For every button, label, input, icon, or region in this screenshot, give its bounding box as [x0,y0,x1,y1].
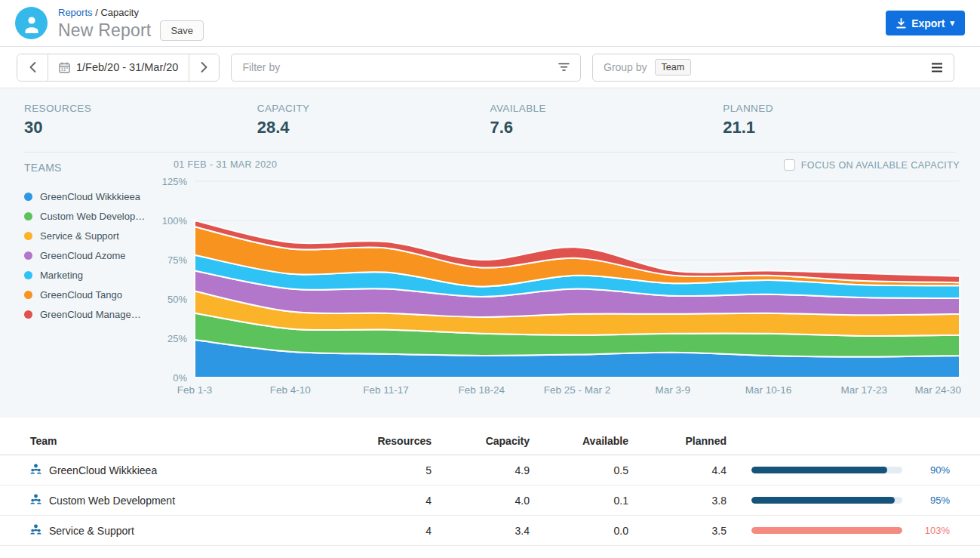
utilization-bar-fill [751,497,895,504]
x-axis-tick: Mar 17-23 [840,384,887,396]
team-cell[interactable]: Custom Web Development [30,494,333,507]
legend-dot-icon [24,271,32,279]
filter-icon [558,63,570,72]
legend-item-label: GreenCloud Wikkkieea [40,191,140,202]
legend-dot-icon [24,232,32,240]
legend-item[interactable]: GreenCloud Azome [24,245,149,265]
column-header-resources[interactable]: Resources [333,435,432,447]
planned-value: 3.8 [628,495,727,507]
team-cell[interactable]: GreenCloud Wikkkieea [30,464,333,476]
group-by-chip[interactable]: Team [655,59,692,76]
x-axis-tick: Feb 25 - Mar 2 [544,384,611,396]
utilization-bar-cell: 90% [727,464,950,476]
team-icon [30,494,41,507]
utilization-bar-track [751,467,902,473]
focus-available-capacity-checkbox[interactable] [784,159,795,171]
column-header-available[interactable]: Available [530,435,628,447]
app-header: Reports / Capacity New Report Save Expor… [0,0,980,47]
stat-label: AVAILABLE [490,103,723,114]
export-button[interactable]: Export ▾ [886,11,965,35]
column-header-capacity[interactable]: Capacity [432,435,530,447]
utilization-bar-cell: 95% [727,495,950,506]
caret-down-icon: ▾ [950,18,954,28]
available-value: 0.0 [530,525,628,537]
legend-title: TEAMS [24,162,149,174]
avatar[interactable] [15,7,48,39]
utilization-bar-fill [751,467,887,473]
column-header-team[interactable]: Team [30,435,333,447]
page-title: New Report [58,20,151,41]
team-name: GreenCloud Wikkkieea [49,464,157,476]
calendar-icon [59,62,70,73]
planned-value: 4.4 [628,464,727,476]
legend-item[interactable]: GreenCloud Manage… [24,304,149,324]
column-header-planned[interactable]: Planned [628,435,727,447]
legend-item[interactable]: GreenCloud Wikkkieea [24,187,149,206]
date-range-label: 1/Feb/20 - 31/Mar/20 [76,61,178,73]
stat-label: RESOURCES [24,103,257,114]
user-icon [22,14,41,33]
filter-placeholder: Filter by [242,61,280,73]
legend-item[interactable]: Custom Web Develop… [24,206,149,226]
utilization-percent: 90% [906,464,950,476]
capacity-value: 3.4 [432,525,530,537]
breadcrumb-separator: / [93,7,101,18]
breadcrumb: Reports / Capacity [58,7,886,18]
legend-item-label: GreenCloud Tango [40,289,122,301]
utilization-percent: 95% [906,495,950,506]
utilization-bar-track [751,497,902,504]
legend-item-label: GreenCloud Azome [40,250,125,261]
x-axis-tick: Feb 11-17 [363,384,409,396]
x-axis-tick: Feb 4-10 [270,384,311,396]
export-button-label: Export [911,17,945,29]
stat-value: 7.6 [490,118,723,137]
download-icon [896,18,906,29]
legend-item-label: Custom Web Develop… [40,211,145,222]
team-cell[interactable]: Service & Support [30,524,333,537]
stacked-area-chart[interactable]: 0%25%50%75%100%125%Feb 1-3Feb 4-10Feb 11… [149,175,980,402]
team-name: Service & Support [49,525,134,537]
resources-value: 5 [333,464,432,476]
x-axis-tick: Feb 1-3 [177,384,213,396]
chart-date-range-title: 01 FEB - 31 MAR 2020 [174,159,277,170]
utilization-percent: 103% [906,525,950,536]
stat-value: 30 [24,118,257,137]
date-navigation: 1/Feb/20 - 31/Mar/20 [17,54,220,82]
table-header-row: TeamResourcesCapacityAvailablePlanned [0,427,980,455]
legend-item[interactable]: Marketing [24,265,149,285]
y-axis-tick: 125% [162,176,188,187]
date-range-button[interactable]: 1/Feb/20 - 31/Mar/20 [48,54,189,81]
available-value: 0.5 [530,464,628,476]
chevron-left-icon [29,61,37,73]
legend-dot-icon [24,251,32,260]
utilization-bar-fill [751,527,902,534]
chevron-right-icon [200,61,208,73]
resources-value: 4 [333,495,432,507]
legend-item-label: GreenCloud Manage… [40,309,141,320]
legend-item[interactable]: GreenCloud Tango [24,285,149,304]
utilization-bar-cell: 103% [727,525,950,536]
prev-period-button[interactable] [17,54,48,81]
table-row[interactable]: Service & Support43.40.03.5103% [0,516,980,546]
legend-item-label: Service & Support [40,230,119,242]
focus-available-capacity-label[interactable]: FOCUS ON AVAILABLE CAPACITY [801,160,960,171]
available-value: 0.1 [530,495,628,507]
focus-available-capacity-toggle: FOCUS ON AVAILABLE CAPACITY [784,159,960,171]
y-axis-tick: 50% [167,294,187,305]
legend-item[interactable]: Service & Support [24,226,149,245]
x-axis-tick: Mar 10-16 [745,384,792,396]
group-by-input[interactable]: Group by Team [592,54,954,82]
table-row[interactable]: Custom Web Development44.00.13.895% [0,486,980,516]
table-row[interactable]: GreenCloud Wikkkieea54.90.54.490% [0,455,980,486]
breadcrumb-reports-link[interactable]: Reports [58,7,93,18]
next-period-button[interactable] [189,54,219,81]
filter-input[interactable]: Filter by [231,54,581,82]
chart-legend: TEAMS GreenCloud WikkkieeaCustom Web Dev… [0,153,149,405]
team-name: Custom Web Development [49,495,175,507]
save-button[interactable]: Save [160,20,204,41]
stat-resources: RESOURCES30 [24,103,257,152]
y-axis-tick: 25% [167,333,187,344]
y-axis-tick: 0% [173,372,187,384]
x-axis-tick: Mar 24-30 [914,384,961,396]
toolbar: 1/Feb/20 - 31/Mar/20 Filter by Group by … [0,47,980,88]
